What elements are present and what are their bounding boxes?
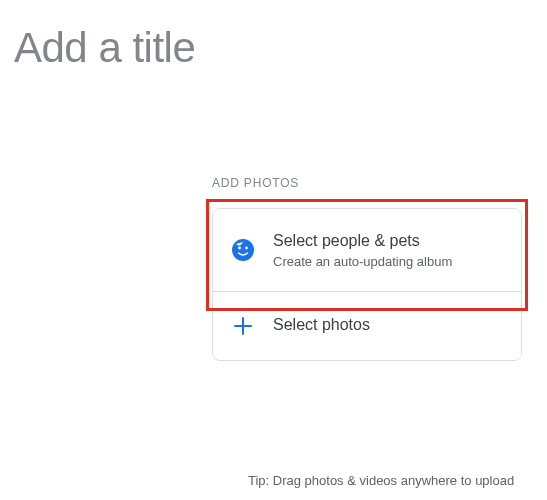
svg-point-1 (238, 246, 241, 249)
add-photos-options: Select people & pets Create an auto-upda… (212, 208, 522, 361)
svg-point-0 (232, 239, 254, 261)
plus-icon (231, 314, 255, 338)
option-subtitle: Create an auto-updating album (273, 254, 452, 269)
select-people-pets-option[interactable]: Select people & pets Create an auto-upda… (213, 209, 521, 291)
add-photos-label: ADD PHOTOS (212, 176, 299, 190)
option-text: Select photos (273, 315, 370, 336)
option-text: Select people & pets Create an auto-upda… (273, 231, 452, 269)
option-title: Select people & pets (273, 231, 452, 252)
select-photos-option[interactable]: Select photos (213, 291, 521, 360)
album-title-input[interactable]: Add a title (14, 24, 195, 72)
tip-text: Tip: Drag photos & videos anywhere to up… (248, 473, 514, 488)
option-title: Select photos (273, 315, 370, 336)
svg-point-2 (245, 246, 248, 249)
face-icon (231, 238, 255, 262)
